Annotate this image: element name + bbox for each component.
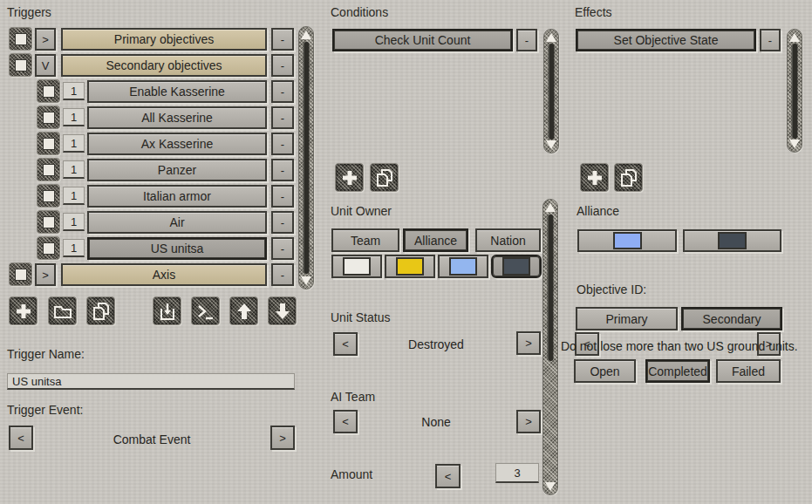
trigger-button[interactable]: Air — [87, 211, 267, 234]
move-up-button[interactable] — [229, 296, 258, 325]
remove-condition-button[interactable]: - — [516, 29, 537, 51]
add-effect-button[interactable] — [580, 163, 609, 192]
trigger-count-field[interactable]: 1 — [63, 134, 85, 153]
duplicate-trigger-button[interactable] — [86, 296, 115, 325]
trigger-checkbox[interactable] — [9, 53, 32, 77]
scrollbar-track[interactable] — [792, 44, 798, 139]
move-down-button[interactable] — [268, 296, 297, 325]
unit-status-next-button[interactable]: > — [516, 331, 541, 355]
scrollbar-thumb[interactable] — [548, 215, 554, 361]
trigger-button[interactable]: All Kasserine — [87, 106, 267, 129]
trigger-checkbox[interactable] — [37, 79, 60, 103]
trigger-count-field[interactable]: 1 — [63, 108, 85, 126]
triggers-scrollbar[interactable] — [298, 26, 314, 289]
remove-trigger-button[interactable]: - — [271, 106, 294, 129]
add-condition-button[interactable] — [335, 163, 364, 192]
checkbox-inner — [44, 191, 54, 201]
remove-trigger-button[interactable]: - — [271, 237, 294, 260]
remove-trigger-button[interactable]: - — [271, 28, 294, 51]
trigger-count-field[interactable]: 1 — [63, 160, 85, 179]
trigger-group-button[interactable]: Secondary objectives — [61, 54, 267, 77]
remove-effect-button[interactable]: - — [760, 29, 781, 51]
scrollbar-track[interactable] — [304, 42, 310, 274]
objective-primary-button[interactable]: Primary — [576, 307, 678, 330]
effects-scrollbar[interactable] — [787, 29, 802, 153]
condition-panel-scrollbar[interactable] — [542, 199, 558, 495]
trigger-button[interactable]: Enable Kasserine — [87, 80, 267, 103]
condition-item-button[interactable]: Check Unit Count — [332, 29, 513, 51]
trigger-count-field[interactable]: 1 — [63, 187, 85, 205]
scroll-up-icon[interactable] — [301, 31, 311, 39]
trigger-count-field[interactable]: 1 — [63, 213, 85, 231]
duplicate-condition-button[interactable] — [370, 163, 399, 192]
effect-item-button[interactable]: Set Objective State — [576, 29, 756, 51]
trigger-name-input[interactable]: US unitsa — [7, 373, 295, 390]
alliance-dark-button[interactable] — [683, 229, 781, 252]
scroll-up-icon[interactable] — [545, 203, 556, 212]
alliance-blue-button[interactable] — [577, 229, 677, 252]
objective-secondary-button[interactable]: Secondary — [681, 307, 782, 330]
state-open-button[interactable]: Open — [574, 359, 636, 383]
owner-swatch-blue-button[interactable] — [438, 255, 488, 278]
owner-tab-nation[interactable]: Nation — [475, 228, 541, 252]
trigger-button[interactable]: Ax Kasserine — [87, 133, 267, 155]
remove-trigger-button[interactable]: - — [271, 159, 294, 181]
trigger-checkbox[interactable] — [37, 236, 60, 260]
trigger-checkbox[interactable] — [37, 158, 60, 181]
ai-team-prev-button[interactable]: < — [333, 410, 358, 433]
scroll-up-icon[interactable] — [789, 33, 800, 42]
scroll-down-icon[interactable] — [545, 482, 556, 491]
trigger-button[interactable]: Panzer — [87, 159, 267, 181]
remove-trigger-button[interactable]: - — [271, 263, 294, 286]
trigger-checkbox[interactable] — [37, 184, 60, 208]
trigger-event-next-button[interactable]: > — [270, 426, 295, 450]
conditions-scrollbar[interactable] — [543, 29, 559, 153]
amount-field[interactable]: 3 — [495, 463, 539, 483]
trigger-group-button[interactable]: Primary objectives — [61, 28, 267, 51]
amount-prev-button[interactable]: < — [435, 464, 461, 488]
duplicate-effect-button[interactable] — [614, 163, 643, 192]
checkbox-inner — [44, 112, 54, 123]
trigger-name-label: Trigger Name: — [7, 347, 85, 361]
expand-toggle-button[interactable]: V — [35, 54, 56, 77]
trigger-event-prev-button[interactable]: < — [9, 426, 33, 450]
state-failed-button[interactable]: Failed — [716, 359, 781, 383]
trigger-button-selected[interactable]: US unitsa — [87, 237, 267, 260]
unit-status-value: Destroyed — [366, 337, 506, 351]
unit-status-prev-button[interactable]: < — [333, 332, 358, 356]
state-completed-button[interactable]: Completed — [645, 359, 710, 383]
owner-tab-alliance[interactable]: Alliance — [403, 228, 468, 252]
trigger-checkbox[interactable] — [9, 27, 32, 51]
trigger-group-button[interactable]: Axis — [61, 263, 267, 286]
trigger-checkbox[interactable] — [37, 210, 60, 234]
remove-trigger-button[interactable]: - — [271, 185, 294, 208]
script-button[interactable] — [191, 296, 220, 325]
scroll-down-icon[interactable] — [789, 140, 800, 148]
scroll-up-icon[interactable] — [546, 33, 556, 42]
trigger-count-field[interactable]: 1 — [63, 82, 85, 100]
add-trigger-button[interactable] — [9, 296, 38, 325]
remove-trigger-button[interactable]: - — [271, 80, 294, 103]
scroll-down-icon[interactable] — [546, 140, 556, 149]
import-box-icon — [158, 302, 177, 321]
ai-team-next-button[interactable]: > — [516, 410, 541, 433]
remove-trigger-button[interactable]: - — [271, 211, 294, 234]
remove-trigger-button[interactable]: - — [271, 54, 294, 77]
trigger-checkbox[interactable] — [37, 106, 60, 129]
scrollbar-track[interactable] — [549, 44, 555, 140]
owner-swatch-dark-button[interactable] — [491, 255, 542, 278]
remove-trigger-button[interactable]: - — [271, 133, 294, 155]
trigger-checkbox[interactable] — [9, 262, 32, 286]
owner-swatch-white-button[interactable] — [331, 255, 382, 278]
scroll-down-icon[interactable] — [301, 276, 311, 285]
owner-tab-team[interactable]: Team — [331, 228, 399, 252]
expand-toggle-button[interactable]: > — [35, 28, 56, 51]
import-trigger-button[interactable] — [153, 296, 181, 325]
add-folder-button[interactable] — [48, 296, 77, 325]
trigger-button[interactable]: Italian armor — [87, 185, 267, 208]
owner-swatch-yellow-button[interactable] — [385, 255, 435, 278]
trigger-count-field[interactable]: 1 — [63, 239, 85, 257]
trigger-checkbox[interactable] — [37, 132, 60, 155]
unit-status-title: Unit Status — [331, 310, 390, 324]
expand-toggle-button[interactable]: > — [35, 263, 56, 286]
